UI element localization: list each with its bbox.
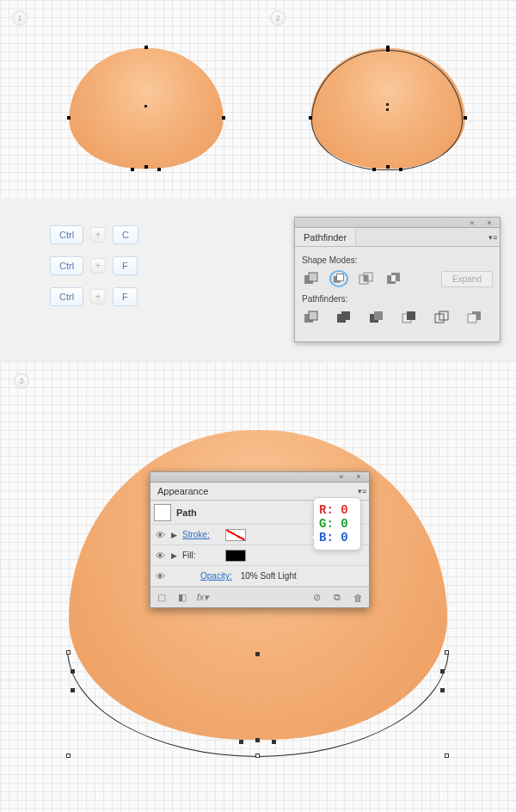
close-icon[interactable]: × [352,472,366,481]
anchor[interactable] [255,738,260,742]
delete-icon[interactable]: 🗑 [352,592,364,604]
key-letter: C [113,225,138,244]
anchor[interactable] [71,669,75,674]
no-selection-icon[interactable]: ▢ [156,592,168,604]
plus-icon: + [90,289,106,304]
svg-rect-1 [309,273,317,281]
selection-handle[interactable] [66,650,71,655]
step-2-area: 2 [258,0,516,198]
stroke-label[interactable]: Stroke: [182,530,220,539]
opacity-row[interactable]: 👁 Opacity: 10% Soft Light [150,566,369,587]
anchor-bl[interactable] [131,168,134,171]
step-badge-1: 1 [12,10,28,26]
anchor-br[interactable] [157,168,161,171]
merge-icon[interactable] [367,309,386,326]
stroke-swatch-none[interactable] [225,529,246,541]
plus-icon: + [90,227,106,243]
expand-triangle-icon[interactable]: ▶ [171,531,177,539]
step-badge-2: 2 [270,10,286,26]
selection-handle[interactable] [66,754,71,758]
svg-rect-21 [468,314,476,323]
pathfinder-tab[interactable]: Pathfinder [295,228,356,246]
key-ctrl: Ctrl [50,287,83,306]
object-swatch[interactable] [154,504,171,521]
expand-triangle-icon[interactable]: ▶ [171,551,177,560]
anchor[interactable] [239,740,243,744]
unite-icon[interactable] [302,270,321,287]
keyboard-shortcuts: Ctrl + C Ctrl + F Ctrl + F [15,217,138,306]
visibility-icon[interactable]: 👁 [154,550,166,562]
svg-rect-3 [337,274,344,281]
step-1-2-canvas: 1 2 [0,0,516,198]
anchor-bottom[interactable] [386,165,390,169]
divide-icon[interactable] [302,309,321,326]
center-point [386,103,389,106]
crop-icon[interactable] [400,309,419,326]
anchor-bottom[interactable] [144,165,148,169]
svg-rect-11 [309,311,317,320]
svg-rect-6 [364,275,368,281]
minus-back-icon[interactable] [465,309,484,326]
panel-menu-icon[interactable]: ▾≡ [486,228,500,246]
svg-rect-9 [391,275,396,281]
key-letter: F [113,287,138,306]
new-art-icon[interactable]: ◧ [176,592,188,604]
pathfinders-label: Pathfinders: [302,294,493,304]
path-label: Path [176,508,197,518]
anchor[interactable] [440,669,445,674]
anchor[interactable] [272,740,276,744]
anchor[interactable] [255,652,260,656]
anchor[interactable] [372,168,376,171]
anchor-top[interactable] [144,46,148,49]
duplicate-icon[interactable]: ⧉ [331,592,343,604]
pathfinders-row [302,309,493,326]
center-point [144,105,147,108]
opacity-label[interactable]: Opacity: [200,571,232,581]
anchor[interactable] [71,688,75,692]
collapse-icon[interactable]: « [465,218,479,227]
fill-swatch-black[interactable] [225,550,246,562]
panel-header: Pathfinder ▾≡ [295,228,500,247]
step-3-canvas: 3 « × Appearance ▾≡ Path 👁 ▶ Stroke: [0,361,516,812]
anchor[interactable] [440,688,445,692]
selection-handle[interactable] [445,650,449,655]
fx-icon[interactable]: fx▾ [197,592,209,604]
exclude-icon[interactable] [384,270,403,287]
visibility-icon[interactable]: 👁 [154,570,166,582]
appearance-footer: ▢ ◧ fx▾ ⊘ ⧉ 🗑 [150,587,369,607]
outline-icon[interactable] [433,309,452,326]
close-icon[interactable]: × [482,218,496,227]
panel-tabbar: « × [150,472,369,483]
intersect-icon[interactable] [357,270,376,287]
anchor[interactable] [399,168,402,171]
clear-icon[interactable]: ⊘ [310,592,322,604]
expand-button[interactable]: Expand [441,271,493,287]
anchor-right[interactable] [222,116,225,120]
step-badge-3: 3 [14,373,29,389]
svg-rect-13 [341,311,350,320]
oval-shape-2[interactable] [289,31,487,186]
appearance-tab[interactable]: Appearance [150,483,215,500]
key-ctrl: Ctrl [50,256,83,275]
collapse-icon[interactable]: « [335,472,348,481]
selection-handle[interactable] [255,754,260,758]
svg-rect-15 [374,311,383,320]
shortcut-row: Ctrl + F [50,256,138,275]
minus-front-icon[interactable] [329,270,348,287]
trim-icon[interactable] [335,309,353,326]
anchor-left[interactable] [309,116,312,120]
pathfinder-panel[interactable]: « × Pathfinder ▾≡ Shape Modes: Expand Pa… [294,217,501,342]
visibility-icon[interactable]: 👁 [154,529,166,541]
anchor-right[interactable] [464,116,467,120]
opacity-value: 10% Soft Light [241,571,297,581]
key-ctrl: Ctrl [50,225,83,244]
oval-shape-1[interactable] [47,31,245,186]
rgb-r-value: R: 0 [319,503,355,517]
center-point-2 [386,108,389,111]
shortcut-row: Ctrl + F [50,287,138,306]
shortcut-row: Ctrl + C [50,225,138,244]
fill-label: Fill: [182,551,220,560]
anchor[interactable] [386,48,390,52]
selection-handle[interactable] [445,754,449,758]
anchor-left[interactable] [67,116,71,120]
